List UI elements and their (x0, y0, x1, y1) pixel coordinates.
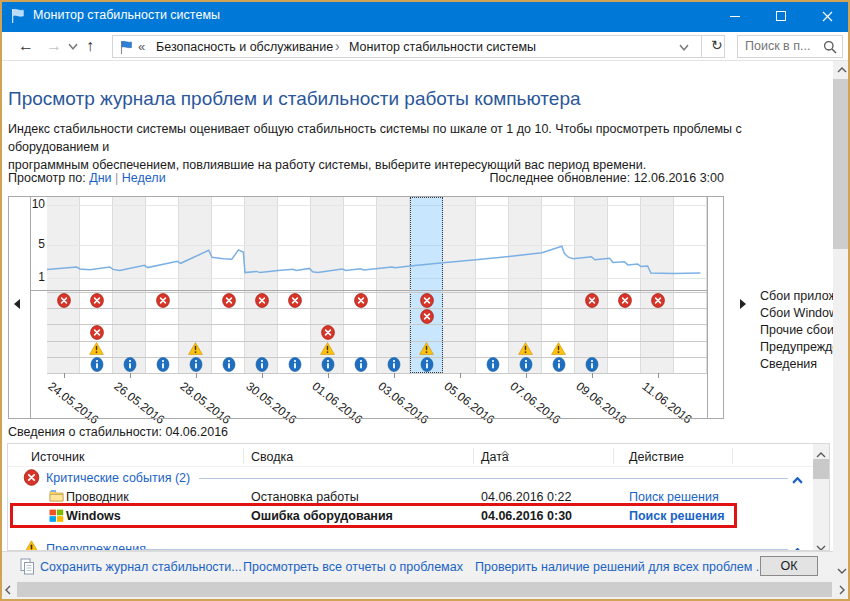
address-dropdown-icon[interactable] (679, 44, 689, 51)
error-icon (321, 325, 335, 340)
up-button[interactable]: ↑ (86, 38, 94, 54)
cell-source: Windows (66, 509, 121, 523)
x-tick (196, 373, 197, 378)
header-underline (8, 466, 829, 467)
back-button[interactable]: ← (18, 38, 34, 54)
breadcrumb-collapsed[interactable]: « (138, 39, 145, 54)
refresh-icon[interactable]: ↻ (711, 37, 723, 53)
stability-index-line (47, 197, 707, 290)
collapse-group-icon[interactable] (792, 544, 803, 551)
group-divider-line (199, 478, 788, 479)
error-icon (651, 293, 665, 308)
check-solutions-link[interactable]: Проверить наличие решений для всех пробл… (475, 560, 766, 574)
grid-row-line (47, 357, 707, 358)
horizontal-scrollbar-thumb[interactable] (17, 582, 832, 597)
plot-bottom-border (30, 290, 707, 291)
page-title: Просмотр журнала проблем и стабильности … (8, 88, 581, 110)
info-icon (486, 357, 500, 372)
warning-icon (89, 342, 104, 355)
info-icon (321, 357, 335, 372)
search-input[interactable]: Поиск в п... (745, 39, 810, 53)
close-button[interactable] (804, 0, 850, 32)
stability-details-title: Сведения о стабильности: 04.06.2016 (8, 425, 228, 439)
cell-summary: Остановка работы (251, 490, 359, 504)
scroll-up-icon[interactable] (833, 63, 850, 77)
x-tick (64, 373, 65, 378)
grid-row-line (47, 292, 707, 293)
folder-icon (49, 489, 64, 504)
group-header-label[interactable]: Предупреждения (46, 542, 146, 551)
save-stability-log-link[interactable]: Сохранить журнал стабильности... (40, 560, 242, 574)
scroll-down-icon[interactable] (816, 540, 826, 546)
vertical-scrollbar-thumb[interactable] (833, 79, 850, 249)
legend-label: Сведения (760, 357, 817, 371)
action-link[interactable]: Поиск решения (629, 509, 724, 523)
page-description: Индекс стабильности системы оценивает об… (8, 120, 820, 174)
x-tick-label: 11.06.2016 (639, 379, 694, 426)
breadcrumb-item-security[interactable]: Безопасность и обслуживание (156, 40, 333, 54)
chart-left-gutter-line (30, 196, 31, 419)
save-report-icon (20, 558, 35, 575)
grid-row-line (47, 373, 707, 374)
error-icon (23, 469, 40, 486)
info-icon (585, 357, 599, 372)
address-bar[interactable]: « Безопасность и обслуживание › Монитор … (112, 35, 725, 58)
legend-label: Сбои Windows (760, 306, 844, 320)
view-by-separator: | (115, 171, 118, 185)
minimize-button[interactable] (712, 0, 758, 32)
x-tick (526, 373, 527, 378)
search-icon[interactable] (823, 40, 837, 54)
group-header-label[interactable]: Критические события (2) (46, 471, 190, 485)
minimize-icon (730, 16, 740, 17)
grid-row-line (47, 324, 707, 325)
scroll-down-icon[interactable] (833, 564, 850, 578)
column-header-1[interactable]: Источник (31, 450, 84, 464)
events-table: ИсточникСводкаДатаДействиеКритические со… (7, 443, 830, 551)
x-tick (658, 373, 659, 378)
action-link[interactable]: Поиск решения (629, 490, 719, 504)
forward-button[interactable]: → (46, 38, 62, 54)
collapse-group-icon[interactable] (792, 473, 803, 480)
grid-row-line (47, 308, 707, 309)
error-icon (222, 293, 236, 308)
breadcrumb-separator: › (335, 38, 340, 54)
info-icon (387, 357, 401, 372)
view-by-weeks-link[interactable]: Недели (122, 171, 166, 185)
chart-scroll-left-icon[interactable] (14, 299, 20, 309)
view-by-row: Просмотр по: Дни | Недели (8, 171, 166, 185)
grid-row-line (47, 341, 707, 342)
view-all-reports-link[interactable]: Просмотреть все отчеты о проблемах (243, 560, 463, 574)
last-update-label: Последнее обновление: 12.06.2016 3:00 (425, 171, 724, 185)
error-icon (420, 293, 434, 308)
error-icon (618, 293, 632, 308)
chart-scroll-right-icon[interactable] (740, 299, 746, 309)
chart-right-gutter-line (707, 196, 708, 419)
windows-icon (49, 508, 64, 523)
group-divider-line (142, 549, 788, 550)
x-tick (460, 373, 461, 378)
navigation-bar: ← → ↑ « Безопасность и обслуживание › Мо… (0, 32, 850, 61)
table-row[interactable]: WindowsОшибка оборудования04.06.2016 0:3… (8, 507, 811, 526)
scroll-left-icon[interactable] (1, 582, 15, 597)
scroll-up-icon[interactable] (816, 447, 826, 453)
search-box[interactable]: Поиск в п... (737, 35, 843, 58)
error-icon (288, 293, 302, 308)
error-icon (585, 293, 599, 308)
table-row[interactable]: ПроводникОстановка работы04.06.2016 0:22… (8, 488, 811, 507)
x-tick-label: 24.05.2016 (45, 379, 101, 427)
table-scrollbar-thumb[interactable] (813, 459, 829, 479)
history-dropdown-icon[interactable] (68, 43, 78, 50)
info-icon (189, 357, 203, 372)
warning-icon (188, 342, 203, 355)
cell-source: Проводник (66, 490, 129, 504)
scroll-right-icon[interactable] (835, 582, 849, 597)
column-header-2[interactable]: Сводка (251, 450, 293, 464)
warning-icon (419, 342, 434, 355)
ok-button[interactable]: ОК (760, 556, 818, 576)
maximize-button[interactable] (758, 0, 804, 32)
view-by-days-link[interactable]: Дни (89, 171, 111, 185)
close-icon (822, 11, 833, 22)
x-tick-label: 05.06.2016 (441, 379, 497, 427)
error-icon (420, 309, 434, 324)
column-header-4[interactable]: Действие (629, 450, 684, 464)
